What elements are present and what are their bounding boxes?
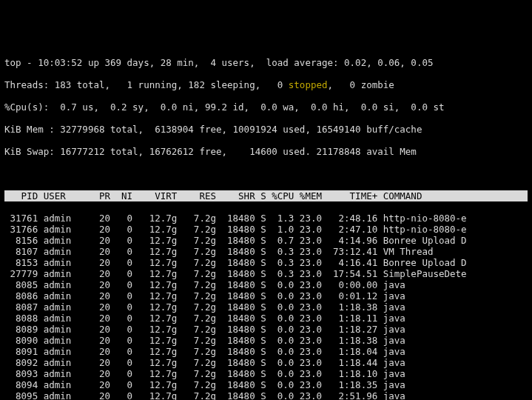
top-summary-cpu: %Cpu(s): 0.7 us, 0.2 sy, 0.0 ni, 99.2 id…	[4, 101, 528, 113]
blank-line	[4, 168, 528, 179]
process-row: 8095 admin 20 0 12.7g 7.2g 18480 S 0.0 2…	[4, 390, 528, 400]
process-row: 8091 admin 20 0 12.7g 7.2g 18480 S 0.0 2…	[4, 346, 528, 357]
process-row: 8085 admin 20 0 12.7g 7.2g 18480 S 0.0 2…	[4, 279, 528, 290]
process-row: 8086 admin 20 0 12.7g 7.2g 18480 S 0.0 2…	[4, 290, 528, 301]
top-summary-swap: KiB Swap: 16777212 total, 16762612 free,…	[4, 146, 528, 157]
process-row: 8090 admin 20 0 12.7g 7.2g 18480 S 0.0 2…	[4, 335, 528, 346]
process-row: 8088 admin 20 0 12.7g 7.2g 18480 S 0.0 2…	[4, 313, 528, 324]
process-row: 8156 admin 20 0 12.7g 7.2g 18480 S 0.7 2…	[4, 235, 528, 246]
terminal[interactable]: top - 10:03:52 up 369 days, 28 min, 4 us…	[0, 44, 532, 400]
process-list: 31761 admin 20 0 12.7g 7.2g 18480 S 1.3 …	[4, 213, 528, 400]
process-row: 8107 admin 20 0 12.7g 7.2g 18480 S 0.3 2…	[4, 246, 528, 257]
process-row: 27779 admin 20 0 12.7g 7.2g 18480 S 0.3 …	[4, 268, 528, 279]
process-row: 8093 admin 20 0 12.7g 7.2g 18480 S 0.0 2…	[4, 368, 528, 379]
process-row: 31761 admin 20 0 12.7g 7.2g 18480 S 1.3 …	[4, 213, 528, 224]
top-summary-mem: KiB Mem : 32779968 total, 6138904 free, …	[4, 124, 528, 135]
process-row: 8092 admin 20 0 12.7g 7.2g 18480 S 0.0 2…	[4, 357, 528, 368]
process-row: 8087 admin 20 0 12.7g 7.2g 18480 S 0.0 2…	[4, 301, 528, 313]
process-row: 8094 admin 20 0 12.7g 7.2g 18480 S 0.0 2…	[4, 379, 528, 390]
column-header: PID USER PR NI VIRT RES SHR S %CPU %MEM …	[4, 190, 528, 201]
top-summary-line1: top - 10:03:52 up 369 days, 28 min, 4 us…	[4, 57, 528, 68]
top-summary-threads: Threads: 183 total, 1 running, 182 sleep…	[4, 79, 528, 90]
stopped-label: stopped	[289, 79, 328, 90]
process-row: 31766 admin 20 0 12.7g 7.2g 18480 S 1.0 …	[4, 224, 528, 235]
process-row: 8153 admin 20 0 12.7g 7.2g 18480 S 0.3 2…	[4, 257, 528, 268]
process-row: 8089 admin 20 0 12.7g 7.2g 18480 S 0.0 2…	[4, 324, 528, 335]
